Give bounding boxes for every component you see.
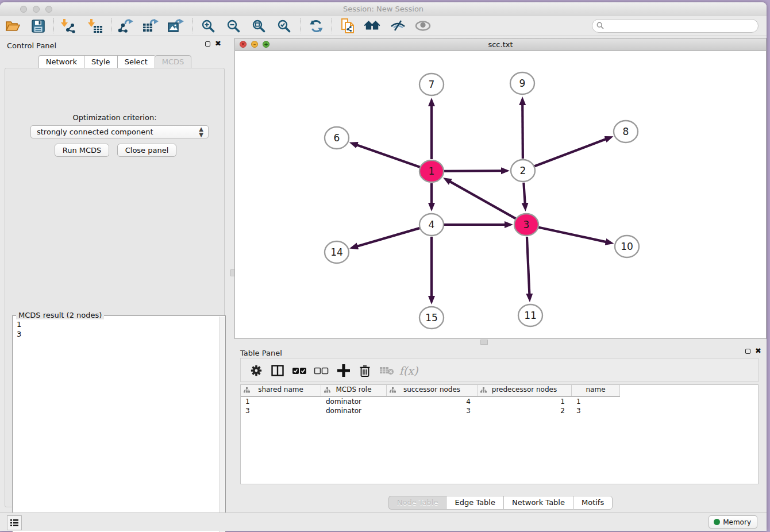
refresh-icon[interactable]: [308, 18, 324, 34]
float-panel-icon[interactable]: [205, 41, 210, 47]
task-list-button[interactable]: [7, 515, 22, 530]
import-table-icon[interactable]: [87, 18, 103, 34]
table-row[interactable]: 3dominator323: [241, 406, 620, 415]
column-header-shared-name[interactable]: shared name: [241, 385, 321, 396]
column-header-predecessor-nodes[interactable]: predecessor nodes: [478, 385, 572, 396]
graph-node-label: 1: [429, 165, 435, 177]
graph-edge-3-1[interactable]: [449, 182, 515, 219]
control-panel-tabs: NetworkStyleSelectMCDS: [0, 55, 230, 69]
graph-edge-2-9[interactable]: [522, 104, 523, 159]
function-fx-icon: f(x): [401, 363, 417, 379]
deselect-all-icon[interactable]: [313, 363, 329, 379]
home-houses-icon[interactable]: [364, 18, 380, 34]
hide-eye-icon[interactable]: [390, 18, 406, 34]
cell-shared-name[interactable]: 3: [241, 406, 321, 415]
app-window: Session: New Session: [0, 2, 767, 531]
open-folder-icon[interactable]: [5, 18, 21, 34]
control-panel: Control Panel ✖ NetworkStyleSelectMCDS O…: [0, 36, 230, 513]
graph-node-label: 10: [621, 241, 633, 252]
copy-view-icon[interactable]: [340, 18, 356, 34]
graph-edge-3-10[interactable]: [538, 227, 607, 242]
export-image-icon[interactable]: [168, 18, 184, 34]
column-header-successor-nodes[interactable]: successor nodes: [387, 385, 478, 396]
graph-node-8[interactable]: 8: [614, 121, 638, 142]
graph-node-6[interactable]: 6: [325, 127, 349, 149]
graph-node-label: 7: [429, 79, 435, 90]
criterion-dropdown[interactable]: strongly connected component ▲▼: [30, 125, 209, 138]
cell-predecessor-nodes[interactable]: 1: [478, 397, 572, 406]
tab-style[interactable]: Style: [84, 55, 117, 69]
show-eye-icon[interactable]: [415, 18, 431, 34]
table-tab-edge-table[interactable]: Edge Table: [446, 496, 503, 510]
float-panel-icon[interactable]: [745, 349, 750, 354]
close-panel-icon[interactable]: ✖: [755, 346, 761, 355]
cell-MCDS-role[interactable]: dominator: [321, 397, 387, 406]
cell-successor-nodes[interactable]: 3: [387, 406, 478, 415]
graph-edge-2-8[interactable]: [534, 139, 607, 167]
table-header-row: shared nameMCDS rolesuccessor nodesprede…: [241, 385, 620, 397]
zoom-out-icon[interactable]: [225, 18, 241, 34]
search-input[interactable]: [607, 20, 753, 32]
export-table-icon[interactable]: [143, 18, 159, 34]
graph-edge-1-6[interactable]: [356, 145, 420, 167]
graph-node-11[interactable]: 11: [518, 304, 542, 326]
node-table[interactable]: shared nameMCDS rolesuccessor nodesprede…: [240, 384, 759, 484]
table-toolbar: f(x): [240, 358, 759, 382]
table-row[interactable]: 1dominator411: [241, 397, 620, 406]
graph-edge-3-11[interactable]: [527, 237, 529, 295]
graph-node-10[interactable]: 10: [615, 236, 639, 257]
mcds-result-text: 1 3: [17, 319, 225, 339]
export-network-icon[interactable]: [117, 18, 133, 34]
close-panel-icon[interactable]: ✖: [215, 39, 221, 48]
table-tabs: Node TableEdge TableNetwork TableMotifs: [234, 496, 767, 510]
select-all-icon[interactable]: [291, 363, 307, 379]
graph-node-1[interactable]: 1: [419, 160, 444, 182]
cell-successor-nodes[interactable]: 4: [387, 397, 478, 406]
graph-edge-2-3[interactable]: [523, 183, 525, 204]
graph-node-15[interactable]: 15: [419, 307, 444, 329]
tab-network[interactable]: Network: [38, 55, 84, 69]
result-scrollbar[interactable]: [219, 317, 225, 532]
cell-name[interactable]: 1: [572, 397, 620, 406]
graph-node-14[interactable]: 14: [325, 241, 349, 263]
graph-node-label: 8: [623, 126, 629, 137]
table-tab-motifs[interactable]: Motifs: [573, 496, 613, 510]
graph-edge-4-14[interactable]: [357, 228, 420, 246]
import-network-icon[interactable]: [60, 18, 76, 34]
graph-node-9[interactable]: 9: [510, 72, 534, 94]
column-header-MCDS-role[interactable]: MCDS role: [321, 385, 387, 396]
run-mcds-button[interactable]: Run MCDS: [55, 144, 109, 157]
graph-node-3[interactable]: 3: [514, 214, 538, 236]
network-window: ✕ – + scc.txt 1234678910111415: [234, 38, 767, 339]
split-panel-icon[interactable]: [270, 363, 286, 379]
zoom-in-icon[interactable]: [200, 18, 216, 34]
delete-table-icon[interactable]: [379, 363, 395, 379]
graph-node-7[interactable]: 7: [419, 74, 444, 95]
graph-node-2[interactable]: 2: [511, 160, 535, 182]
tab-mcds[interactable]: MCDS: [155, 55, 192, 69]
zoom-fit-icon[interactable]: [251, 18, 267, 34]
column-header-name[interactable]: name: [572, 385, 620, 396]
graph-edge-1-2[interactable]: [444, 171, 502, 171]
main-toolbar: [0, 16, 767, 36]
memory-label: Memory: [723, 518, 751, 526]
cell-MCDS-role[interactable]: dominator: [321, 406, 387, 415]
graph-node-label: 4: [429, 219, 435, 230]
save-floppy-icon[interactable]: [30, 18, 46, 34]
graph-node-4[interactable]: 4: [419, 214, 444, 236]
zoom-selected-icon[interactable]: [276, 18, 292, 34]
memory-button[interactable]: Memory: [709, 515, 757, 529]
network-canvas[interactable]: 1234678910111415: [235, 51, 766, 338]
cell-predecessor-nodes[interactable]: 2: [478, 406, 572, 415]
trash-icon[interactable]: [357, 363, 373, 379]
cell-shared-name[interactable]: 1: [241, 397, 321, 406]
graph-node-label: 2: [520, 165, 526, 176]
close-panel-button[interactable]: Close panel: [117, 144, 176, 157]
table-tab-network-table[interactable]: Network Table: [503, 496, 573, 510]
add-icon[interactable]: [336, 363, 352, 379]
network-window-titlebar: ✕ – + scc.txt: [235, 38, 766, 51]
tab-select[interactable]: Select: [117, 55, 155, 69]
gear-icon[interactable]: [248, 363, 264, 379]
table-tab-node-table[interactable]: Node Table: [388, 496, 446, 510]
cell-name[interactable]: 3: [572, 406, 620, 415]
